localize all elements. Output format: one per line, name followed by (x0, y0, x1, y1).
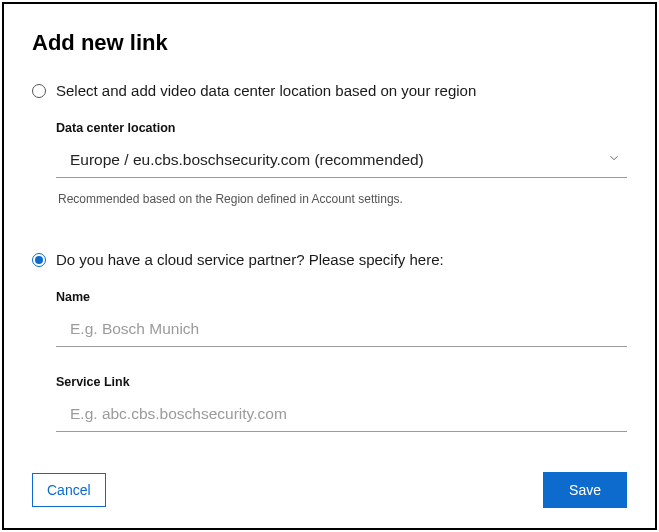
data-center-label: Data center location (56, 121, 627, 135)
spacer (32, 206, 627, 251)
partner-name-group: Name (56, 290, 627, 347)
cancel-button[interactable]: Cancel (32, 473, 106, 507)
service-link-input[interactable] (56, 399, 627, 432)
data-center-field-block: Data center location Europe / eu.cbs.bos… (32, 121, 627, 206)
dialog-footer: Cancel Save (32, 460, 627, 508)
partner-name-label: Name (56, 290, 627, 304)
radio-partner[interactable] (32, 253, 46, 267)
data-center-value: Europe / eu.cbs.boschsecurity.com (recom… (70, 151, 424, 168)
option-partner-row[interactable]: Do you have a cloud service partner? Ple… (32, 251, 627, 268)
data-center-helper: Recommended based on the Region defined … (56, 192, 627, 206)
option-partner-label: Do you have a cloud service partner? Ple… (56, 251, 444, 268)
chevron-down-icon (607, 151, 621, 169)
radio-region[interactable] (32, 84, 46, 98)
partner-field-block: Name Service Link (32, 290, 627, 460)
add-new-link-dialog: Add new link Select and add video data c… (2, 2, 657, 530)
data-center-select[interactable]: Europe / eu.cbs.boschsecurity.com (recom… (56, 145, 627, 178)
save-button[interactable]: Save (543, 472, 627, 508)
partner-name-input[interactable] (56, 314, 627, 347)
service-link-group: Service Link (56, 375, 627, 432)
option-region-row[interactable]: Select and add video data center locatio… (32, 82, 627, 99)
option-region-label: Select and add video data center locatio… (56, 82, 476, 99)
service-link-label: Service Link (56, 375, 627, 389)
dialog-title: Add new link (32, 30, 627, 56)
